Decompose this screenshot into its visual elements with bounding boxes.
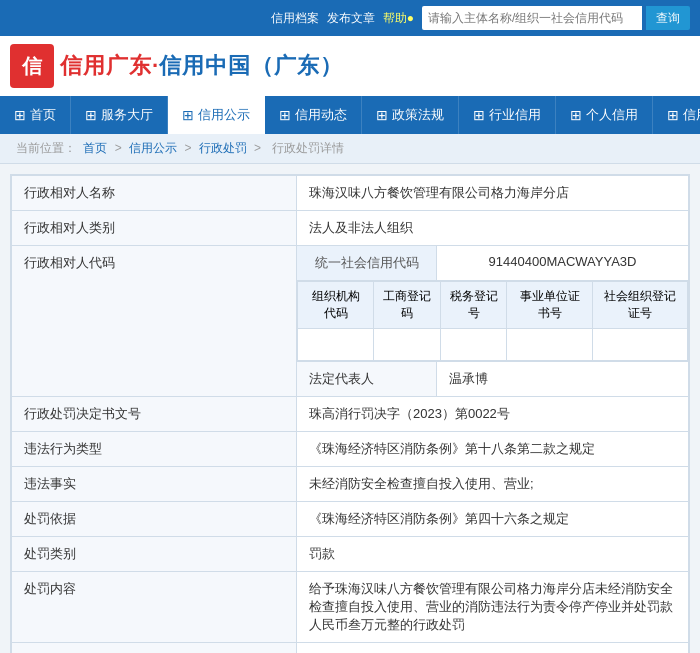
nav-label-commitment: 信用承诺: [683, 106, 700, 124]
logo-area: 信 信用广东·信用中国（广东）: [10, 44, 343, 88]
nav-item-policy[interactable]: ⊞ 政策法规: [362, 96, 459, 134]
table-row: 处罚类别 罚款: [12, 537, 689, 572]
credit-dynamic-icon: ⊞: [279, 107, 291, 123]
table-row: 行政相对人类别 法人及非法人组织: [12, 211, 689, 246]
nav-label-industry: 行业信用: [489, 106, 541, 124]
table-row-code: 行政相对人代码 统一社会信用代码 91440400MACWAYYA3D: [12, 246, 689, 281]
value-doc-no: 珠高消行罚决字（2023）第0022号: [297, 397, 689, 432]
value-legal-rep: 温承博: [437, 362, 689, 397]
value-name: 珠海汉味八方餐饮管理有限公司格力海岸分店: [297, 176, 689, 211]
nav-label-credit-announce: 信用公示: [198, 106, 250, 124]
label-penalty-type: 处罚类别: [12, 537, 297, 572]
breadcrumb-sep2: >: [184, 141, 194, 155]
code-header: 统一社会信用代码: [297, 246, 437, 281]
table-row: 行政处罚决定书文号 珠高消行罚决字（2023）第0022号: [12, 397, 689, 432]
table-row: 罚款金额（万元） 3.000000: [12, 643, 689, 654]
breadcrumb-sep1: >: [115, 141, 125, 155]
value-fine-amount: 3.000000: [297, 643, 689, 654]
label-penalty-content: 处罚内容: [12, 572, 297, 643]
label-penalty-basis: 处罚依据: [12, 502, 297, 537]
label-violation-type: 违法行为类型: [12, 432, 297, 467]
label-fine-amount: 罚款金额（万元）: [12, 643, 297, 654]
inner-code-table: 组织机构代码 工商登记码 税务登记号 事业单位证书号 社会组织登记证号: [297, 281, 688, 361]
breadcrumb-prefix: 当前位置：: [16, 141, 76, 155]
logo-text: 信用广东·信用中国（广东）: [60, 51, 343, 81]
value-violation-fact: 未经消防安全检查擅自投入使用、营业;: [297, 467, 689, 502]
breadcrumb-sep3: >: [254, 141, 264, 155]
label-violation-fact: 违法事实: [12, 467, 297, 502]
sub-value-biz: [374, 329, 441, 361]
sub-value-tax: [440, 329, 507, 361]
nav-item-credit-dynamic[interactable]: ⊞ 信用动态: [265, 96, 362, 134]
publish-article-link[interactable]: 发布文章: [327, 10, 375, 27]
label-type: 行政相对人类别: [12, 211, 297, 246]
logo-bar: 信 信用广东·信用中国（广东）: [0, 36, 700, 96]
nav-bar: ⊞ 首页 ⊞ 服务大厅 ⊞ 信用公示 ⊞ 信用动态 ⊞ 政策法规 ⊞ 行业信用 …: [0, 96, 700, 134]
nav-item-personal[interactable]: ⊞ 个人信用: [556, 96, 653, 134]
service-icon: ⊞: [85, 107, 97, 123]
help-link[interactable]: 帮助●: [383, 10, 414, 27]
label-legal-rep: 法定代表人: [297, 362, 437, 397]
label-code: 行政相对人代码: [12, 246, 297, 397]
sub-value-org: [298, 329, 374, 361]
nav-item-industry[interactable]: ⊞ 行业信用: [459, 96, 556, 134]
sub-header-biz: 工商登记码: [374, 282, 441, 329]
value-penalty-content: 给予珠海汉味八方餐饮管理有限公司格力海岸分店未经消防安全检查擅自投入使用、营业的…: [297, 572, 689, 643]
table-row: 违法行为类型 《珠海经济特区消防条例》第十八条第二款之规定: [12, 432, 689, 467]
sub-value-social: [593, 329, 688, 361]
sub-header-tax: 税务登记号: [440, 282, 507, 329]
label-doc-no: 行政处罚决定书文号: [12, 397, 297, 432]
nav-label-personal: 个人信用: [586, 106, 638, 124]
table-row: 处罚内容 给予珠海汉味八方餐饮管理有限公司格力海岸分店未经消防安全检查擅自投入使…: [12, 572, 689, 643]
nav-item-home[interactable]: ⊞ 首页: [0, 96, 71, 134]
search-button[interactable]: 查询: [646, 6, 690, 30]
sub-header-org: 组织机构代码: [298, 282, 374, 329]
logo-text-part1: 信用广东·: [60, 53, 159, 78]
personal-icon: ⊞: [570, 107, 582, 123]
sub-value-unit: [507, 329, 593, 361]
table-row: 处罚依据 《珠海经济特区消防条例》第四十六条之规定: [12, 502, 689, 537]
breadcrumb-current: 行政处罚详情: [272, 141, 344, 155]
nav-item-commitment[interactable]: ⊞ 信用承诺: [653, 96, 700, 134]
industry-icon: ⊞: [473, 107, 485, 123]
breadcrumb-home[interactable]: 首页: [83, 141, 107, 155]
label-name: 行政相对人名称: [12, 176, 297, 211]
nav-label-home: 首页: [30, 106, 56, 124]
nav-label-service: 服务大厅: [101, 106, 153, 124]
credit-announce-icon: ⊞: [182, 107, 194, 123]
code-value: 91440400MACWAYYA3D: [437, 246, 689, 281]
value-penalty-basis: 《珠海经济特区消防条例》第四十六条之规定: [297, 502, 689, 537]
home-icon: ⊞: [14, 107, 26, 123]
search-input[interactable]: [422, 6, 642, 30]
credit-file-link[interactable]: 信用档案: [271, 10, 319, 27]
sub-header-social: 社会组织登记证号: [593, 282, 688, 329]
nav-label-credit-dynamic: 信用动态: [295, 106, 347, 124]
value-violation-type: 《珠海经济特区消防条例》第十八条第二款之规定: [297, 432, 689, 467]
breadcrumb: 当前位置： 首页 > 信用公示 > 行政处罚 > 行政处罚详情: [0, 134, 700, 164]
sub-header-unit: 事业单位证书号: [507, 282, 593, 329]
value-penalty-type: 罚款: [297, 537, 689, 572]
nav-item-service[interactable]: ⊞ 服务大厅: [71, 96, 168, 134]
table-row: 行政相对人名称 珠海汉味八方餐饮管理有限公司格力海岸分店: [12, 176, 689, 211]
breadcrumb-admin-penalty[interactable]: 行政处罚: [199, 141, 247, 155]
value-type: 法人及非法人组织: [297, 211, 689, 246]
commitment-icon: ⊞: [667, 107, 679, 123]
breadcrumb-credit-announce[interactable]: 信用公示: [129, 141, 177, 155]
table-row: 违法事实 未经消防安全检查擅自投入使用、营业;: [12, 467, 689, 502]
main-content: 行政相对人名称 珠海汉味八方餐饮管理有限公司格力海岸分店 行政相对人类别 法人及…: [0, 164, 700, 653]
policy-icon: ⊞: [376, 107, 388, 123]
nav-label-policy: 政策法规: [392, 106, 444, 124]
logo-icon: 信: [10, 44, 54, 88]
detail-table: 行政相对人名称 珠海汉味八方餐饮管理有限公司格力海岸分店 行政相对人类别 法人及…: [11, 175, 689, 653]
content-box: 行政相对人名称 珠海汉味八方餐饮管理有限公司格力海岸分店 行政相对人类别 法人及…: [10, 174, 690, 653]
header-links: 信用档案 发布文章 帮助●: [271, 10, 414, 27]
top-header: 信用档案 发布文章 帮助● 查询: [0, 0, 700, 36]
nav-item-credit-announce[interactable]: ⊞ 信用公示: [168, 96, 265, 134]
header-search-area: 查询: [422, 6, 690, 30]
